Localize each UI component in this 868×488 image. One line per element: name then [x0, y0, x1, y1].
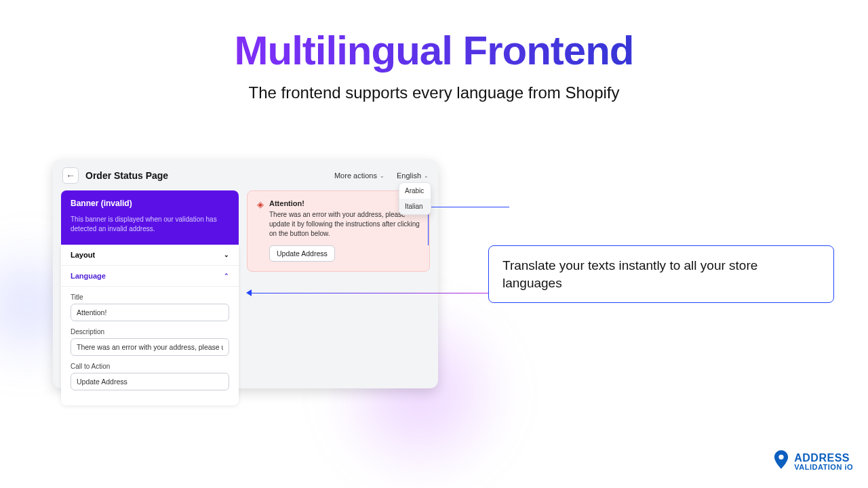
annotation-arrow [250, 293, 510, 294]
alert-title: Attention! [269, 199, 420, 207]
alert-description: There was an error with your address, pl… [269, 210, 420, 239]
accordion-language[interactable]: Language ⌃ [61, 266, 239, 287]
description-input[interactable] [71, 338, 229, 356]
banner-card-title: Banner (invalid) [71, 199, 229, 208]
brand-line2: VALIDATION iO [794, 464, 853, 471]
language-option-italian[interactable]: Italian [399, 199, 431, 214]
chevron-down-icon: ⌄ [424, 173, 429, 179]
brand-line1: ADDRESS [794, 453, 853, 464]
callout-box: Translate your texts instantly to all yo… [488, 245, 834, 303]
page-subtitle: The frontend supports every language fro… [0, 83, 868, 102]
title-input[interactable] [71, 304, 229, 321]
accordion-layout[interactable]: Layout ⌄ [61, 245, 239, 266]
cta-input[interactable] [71, 373, 229, 390]
chevron-down-icon: ⌄ [224, 251, 229, 258]
settings-panel: ← Order Status Page More actions ⌄ Engli… [53, 159, 438, 388]
arrow-head-icon [246, 289, 252, 296]
annotation-arrow [428, 207, 509, 245]
chevron-up-icon: ⌃ [224, 272, 229, 279]
title-label: Title [71, 293, 229, 301]
language-selector[interactable]: English ⌄ [397, 171, 429, 180]
banner-card-description: This banner is displayed when our valida… [71, 215, 229, 234]
warning-icon: ◈ [257, 199, 264, 209]
banner-info-card: Banner (invalid) This banner is displaye… [61, 190, 239, 245]
back-button[interactable]: ← [62, 167, 79, 184]
chevron-down-icon: ⌄ [380, 173, 384, 179]
map-pin-icon [774, 450, 789, 473]
cta-label: Call to Action [71, 363, 229, 370]
page-title: Multilingual Frontend [0, 27, 868, 74]
update-address-button[interactable]: Update Address [269, 245, 335, 262]
language-option-arabic[interactable]: Arabic [399, 183, 431, 199]
more-actions-menu[interactable]: More actions ⌄ [334, 171, 384, 180]
arrow-left-icon: ← [66, 170, 75, 181]
brand-logo: ADDRESS VALIDATION iO [774, 450, 853, 473]
description-label: Description [71, 328, 229, 336]
language-dropdown: Arabic Italian [399, 182, 431, 215]
panel-title: Order Status Page [85, 170, 168, 181]
